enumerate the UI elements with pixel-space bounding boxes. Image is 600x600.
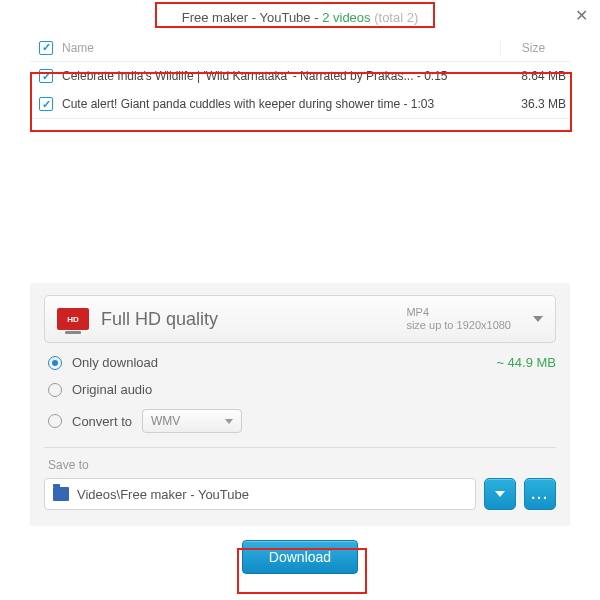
- save-path-field[interactable]: Videos\Free maker - YouTube: [44, 478, 476, 510]
- titlebar: Free maker - YouTube - 2 videos (total 2…: [0, 0, 600, 34]
- save-path-dropdown-button[interactable]: [484, 478, 516, 510]
- quality-meta: MP4 size up to 1920x1080: [406, 306, 511, 332]
- row-name: Cute alert! Giant panda cuddles with kee…: [62, 97, 500, 111]
- save-to-label: Save to: [48, 458, 556, 472]
- radio-convert-to[interactable]: Convert to WMV: [44, 409, 556, 433]
- select-all-checkbox[interactable]: ✓: [39, 41, 53, 55]
- save-path-value: Videos\Free maker - YouTube: [77, 487, 249, 502]
- radio-original-audio[interactable]: Original audio: [44, 382, 556, 397]
- column-size[interactable]: Size: [500, 41, 570, 55]
- dialog-window: Free maker - YouTube - 2 videos (total 2…: [0, 0, 600, 600]
- title-total: (total 2): [374, 10, 418, 25]
- column-name[interactable]: Name: [62, 41, 500, 55]
- row-checkbox[interactable]: ✓: [39, 97, 53, 111]
- download-button[interactable]: Download: [242, 540, 358, 574]
- chevron-down-icon: [533, 316, 543, 322]
- chevron-down-icon: [495, 491, 505, 497]
- radio-only-download[interactable]: Only download ~ 44.9 MB: [44, 355, 556, 370]
- title-video-count: 2 videos: [322, 10, 370, 25]
- convert-format-dropdown[interactable]: WMV: [142, 409, 242, 433]
- row-checkbox[interactable]: ✓: [39, 69, 53, 83]
- table-row[interactable]: ✓Celebrate India's Wildlife | 'Wild Karn…: [30, 62, 570, 90]
- quality-dropdown[interactable]: HD Full HD quality MP4 size up to 1920x1…: [44, 295, 556, 343]
- browse-folder-button[interactable]: ...: [524, 478, 556, 510]
- row-name: Celebrate India's Wildlife | 'Wild Karna…: [62, 69, 500, 83]
- table-row[interactable]: ✓Cute alert! Giant panda cuddles with ke…: [30, 90, 570, 118]
- size-estimate: ~ 44.9 MB: [496, 355, 556, 370]
- row-size: 36.3 MB: [500, 97, 570, 111]
- close-button[interactable]: ✕: [572, 8, 590, 26]
- folder-icon: [53, 487, 69, 501]
- title-app: Free maker - YouTube: [182, 10, 311, 25]
- close-icon: ✕: [575, 7, 588, 24]
- radio-icon: [48, 383, 62, 397]
- hd-icon: HD: [57, 308, 89, 330]
- list-header: ✓ Name Size: [30, 34, 570, 62]
- radio-icon: [48, 356, 62, 370]
- options-panel: HD Full HD quality MP4 size up to 1920x1…: [30, 283, 570, 526]
- divider: [44, 447, 556, 448]
- quality-label: Full HD quality: [101, 309, 394, 330]
- row-size: 8.64 MB: [500, 69, 570, 83]
- radio-icon: [48, 414, 62, 428]
- video-list: ✓ Name Size ✓Celebrate India's Wildlife …: [30, 34, 570, 119]
- chevron-down-icon: [225, 419, 233, 424]
